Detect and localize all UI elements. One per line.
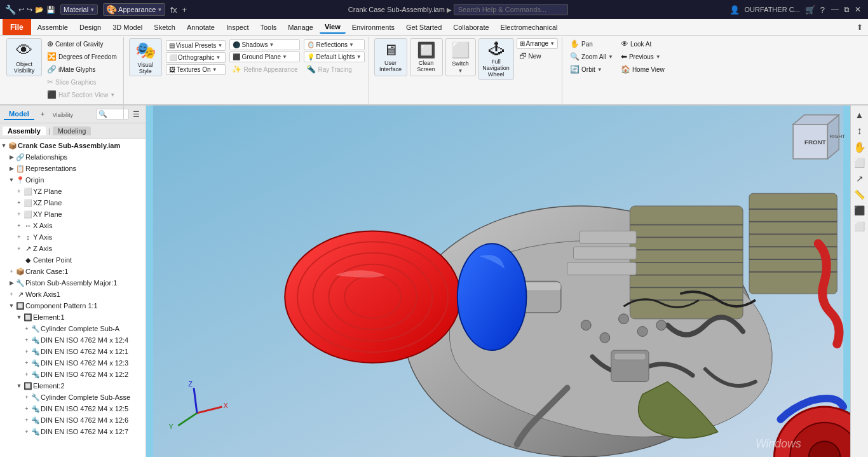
tree-expand-icon[interactable]: ▶ [8, 154, 15, 160]
tree-expand-icon[interactable]: + [15, 200, 23, 206]
collaborate-menu[interactable]: Collaborate [448, 22, 494, 33]
tree-item[interactable]: +⬜XY Plane [0, 208, 146, 220]
object-visibility-btn[interactable]: 👁 ObjectVisibility [6, 38, 42, 76]
textures-dropdown[interactable]: 🖼 Textures On ▼ [166, 64, 226, 75]
3dmodel-menu[interactable]: 3D Model [107, 22, 147, 33]
tree-item[interactable]: ▶🔗Relationships [0, 151, 146, 163]
tree-expand-icon[interactable]: + [23, 417, 31, 423]
view-menu[interactable]: View [320, 21, 346, 34]
manage-menu[interactable]: Manage [283, 22, 318, 33]
design-menu[interactable]: Design [74, 22, 106, 33]
tree-item[interactable]: +⬜XZ Plane [0, 197, 146, 208]
cart-icon[interactable]: 🛒 [805, 5, 815, 15]
previous-btn[interactable]: ⬅ Previous ▼ [618, 51, 667, 62]
tree-expand-icon[interactable]: + [15, 234, 23, 240]
tree-expand-icon[interactable]: + [23, 360, 31, 366]
assembly-tab[interactable]: Assembly [3, 126, 46, 135]
tree-expand-icon[interactable]: ▼ [0, 142, 8, 149]
scroll-up-btn[interactable]: ▲ [853, 108, 867, 122]
zoom-all-btn[interactable]: 🔍 Zoom All ▼ [567, 51, 616, 62]
visual-style-btn[interactable]: 🎭 VisualStyle [129, 38, 162, 76]
settings-btn[interactable]: ⬜ [853, 219, 867, 233]
pan-tool-btn[interactable]: ↕ [853, 124, 867, 138]
tree-expand-icon[interactable]: + [15, 222, 23, 229]
tree-expand-icon[interactable]: + [23, 348, 31, 355]
tree-item[interactable]: +🔧Cylinder Complete Sub-Asse [0, 392, 146, 403]
tree-expand-icon[interactable]: ▼ [15, 383, 23, 389]
ray-tracing-btn[interactable]: 🔦 Ray Tracing [304, 64, 364, 75]
tree-expand-icon[interactable]: + [15, 188, 23, 194]
clean-screen-btn[interactable]: 🔲 CleanScreen [410, 38, 443, 76]
tree-expand-icon[interactable]: + [23, 325, 31, 332]
tree-item[interactable]: ▼📦Crank Case Sub-Assembly.iam [0, 140, 146, 151]
tree-expand-icon[interactable]: + [23, 394, 31, 400]
shadows-dropdown[interactable]: 🌑 Shadows ▼ [229, 39, 300, 50]
section-btn[interactable]: ⬛ [853, 203, 867, 217]
rect-select-btn[interactable]: ⬜ [853, 156, 867, 170]
tree-expand-icon[interactable]: + [15, 211, 23, 217]
refine-appearance-btn[interactable]: ✨ Refine Appearance [229, 64, 300, 75]
electromechanical-menu[interactable]: Electromechanical [496, 22, 563, 33]
expand-ribbon-icon[interactable]: ⬆ [854, 22, 865, 33]
tree-item[interactable]: +⬜YZ Plane [0, 186, 146, 197]
look-at-btn[interactable]: 👁 Look At [618, 38, 667, 50]
rotate-btn[interactable]: ↗ [853, 172, 867, 186]
tree-expand-icon[interactable]: + [8, 291, 15, 297]
undo-icon[interactable]: ↩ [18, 6, 24, 14]
inspect-menu[interactable]: Inspect [221, 22, 254, 33]
tree-item[interactable]: +🔩DIN EN ISO 4762 M4 x 12:4 [0, 334, 146, 346]
assemble-menu[interactable]: Assemble [32, 22, 73, 33]
tree-expand-icon[interactable]: + [23, 371, 31, 378]
pan-btn[interactable]: ✋ Pan [567, 38, 616, 50]
tree-expand-icon[interactable]: + [23, 337, 31, 343]
tree-expand-icon[interactable]: ▼ [8, 177, 15, 183]
minimize-btn[interactable]: — [830, 4, 840, 15]
switch-btn[interactable]: ⬜ Switch ▼ [445, 38, 476, 76]
tree-item[interactable]: ▶📋Representations [0, 163, 146, 174]
material-dropdown[interactable]: Material ▼ [60, 4, 98, 15]
get-started-menu[interactable]: Get Started [401, 22, 447, 33]
tree-item[interactable]: ▼🔲Element:1 [0, 311, 146, 323]
appearance-dropdown[interactable]: 🎨 Appearance ▼ [103, 3, 165, 16]
tree-expand-icon[interactable]: + [23, 406, 31, 412]
tree-item[interactable]: ▼🔲Component Pattern 1:1 [0, 300, 146, 311]
tree-item[interactable]: ◆Center Point [0, 254, 146, 266]
tree-expand-icon[interactable]: + [8, 268, 15, 275]
tree-item[interactable]: +🔧Cylinder Complete Sub-A [0, 323, 146, 334]
imate-glyphs-btn[interactable]: 🔗 iMate Glyphs [44, 64, 119, 75]
half-section-btn[interactable]: ⬛ Half Section View ▼ [44, 89, 119, 100]
formula-icon[interactable]: fx [170, 5, 177, 15]
tree-item[interactable]: ▼🔲Element:2 [0, 380, 146, 392]
ground-plane-dropdown[interactable]: ⬛ Ground Plane ▼ [229, 51, 300, 62]
tree-item[interactable]: +↔X Axis [0, 220, 146, 231]
help-icon[interactable]: ? [820, 5, 825, 15]
environments-menu[interactable]: Environments [347, 22, 400, 33]
tree-item[interactable]: +↗Work Axis1 [0, 289, 146, 300]
arrange-dropdown[interactable]: ⊞ Arrange ▼ [517, 38, 559, 49]
close-btn[interactable]: ✕ [853, 4, 863, 15]
hand-tool-btn[interactable]: ✋ [853, 140, 867, 154]
annotate-menu[interactable]: Annotate [182, 22, 220, 33]
orthographic-dropdown[interactable]: ⬜ Orthographic ▼ [166, 52, 226, 63]
sketch-menu[interactable]: Sketch [149, 22, 180, 33]
visual-presets-dropdown[interactable]: ▤ Visual Presets ▼ [166, 40, 226, 51]
orbit-btn[interactable]: 🔄 Orbit ▼ [567, 64, 616, 75]
modeling-tab[interactable]: Modeling [53, 126, 92, 135]
restore-btn[interactable]: ⧉ [841, 4, 851, 15]
tree-expand-icon[interactable]: ▼ [8, 303, 15, 309]
open-icon[interactable]: 📂 [35, 6, 44, 14]
tree-item[interactable]: +↕Y Axis [0, 231, 146, 243]
tree-expand-icon[interactable]: + [15, 245, 23, 252]
viewport[interactable]: X Z Y FRONT RIGHT Windows [146, 106, 850, 457]
tree-item[interactable]: +🔩DIN EN ISO 4762 M4 x 12:2 [0, 369, 146, 380]
tree-expand-icon[interactable]: ▶ [8, 280, 15, 286]
home-view-btn[interactable]: 🏠 Home View [618, 64, 667, 75]
tools-menu[interactable]: Tools [255, 22, 281, 33]
degrees-freedom-btn[interactable]: 🔀 Degrees of Freedom [44, 51, 119, 62]
reflections-dropdown[interactable]: 🪞 Reflections ▼ [304, 39, 364, 50]
tree-item[interactable]: +↗Z Axis [0, 243, 146, 254]
tree-item[interactable]: +📦Crank Case:1 [0, 266, 146, 277]
tree-item[interactable]: +🔩DIN EN ISO 4762 M4 x 12:3 [0, 357, 146, 369]
redo-icon[interactable]: ↪ [27, 6, 32, 14]
plus-icon[interactable]: + [182, 5, 187, 15]
